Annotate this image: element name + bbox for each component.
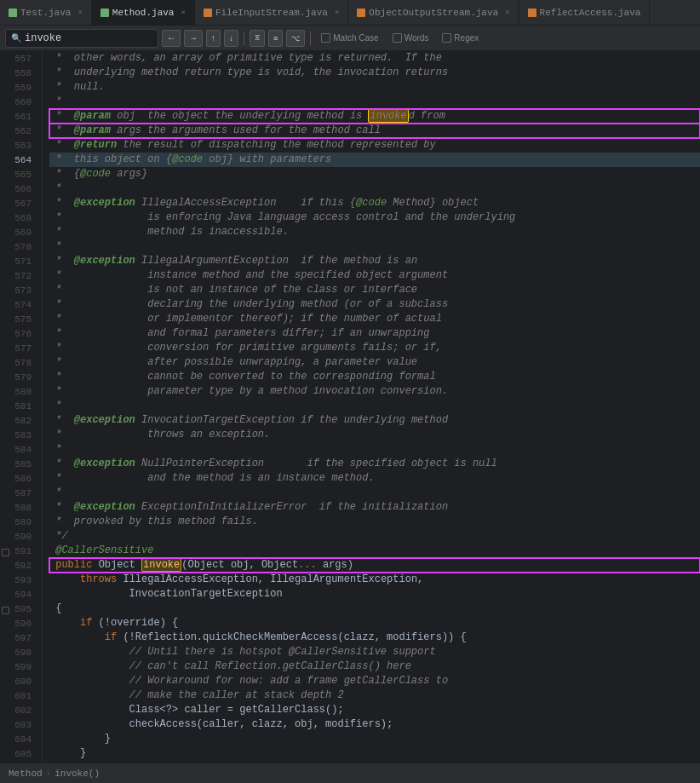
code-line-567: * @exception IllegalAccessException if t… <box>49 196 700 210</box>
tab-icon-objectoutput <box>357 9 365 17</box>
code-line-571: * @exception IllegalArgumentException if… <box>49 254 700 268</box>
words-label: Words <box>405 33 429 43</box>
code-line-584: * <box>49 442 700 457</box>
code-line-595: { <box>49 602 700 616</box>
close-icon-method[interactable]: ✕ <box>181 8 185 17</box>
code-line-570: * <box>49 239 700 254</box>
search-separator1 <box>244 32 244 45</box>
code-line-586: * and the method is an instance method. <box>49 471 700 486</box>
tab-reflectaccess[interactable]: ReflectAccess.java <box>519 0 651 25</box>
tab-label-fileinput: FileInputStream.java <box>215 8 328 18</box>
filter-icon-button[interactable]: ⧖ <box>250 30 265 47</box>
regex-checkbox <box>442 33 451 43</box>
tab-label-objectoutput: ObjectOutputStream.java <box>369 8 498 18</box>
tab-fileinput[interactable]: FileInputStream.java ✕ <box>195 0 348 25</box>
code-line-562: * @param args the arguments used for the… <box>49 124 700 138</box>
code-line-564: * this object on {@code obj} with parame… <box>49 153 700 167</box>
words-button[interactable]: Words <box>387 30 434 47</box>
code-line-576: * and formal parameters differ; if an un… <box>49 326 700 341</box>
code-line-596: if (!override) { <box>49 616 700 630</box>
filter2-icon-button[interactable]: ≡ <box>268 30 283 47</box>
code-line-599: // can't call Reflection.getCallerClass(… <box>49 659 700 674</box>
code-line-557: * other words, an array of primitive typ… <box>49 51 700 66</box>
code-line-565: * {@code args} <box>49 167 700 181</box>
close-icon-objectoutput[interactable]: ✕ <box>505 8 509 17</box>
code-line-581: * <box>49 399 700 413</box>
code-line-598: // Until there is hotspot @CallerSensiti… <box>49 645 700 659</box>
search-separator2 <box>310 32 311 45</box>
code-line-588: * @exception ExceptionInInitializerError… <box>49 500 700 515</box>
code-content[interactable]: * other words, an array of primitive typ… <box>43 51 700 763</box>
match-case-checkbox <box>321 33 330 43</box>
code-line-583: * throws an exception. <box>49 428 700 442</box>
close-icon-fileinput[interactable]: ✕ <box>335 8 339 17</box>
code-line-578: * after possible unwrapping, a parameter… <box>49 355 700 370</box>
regex-label: Regex <box>454 33 479 43</box>
code-line-605: } <box>49 746 700 761</box>
tab-icon-reflectaccess <box>528 9 536 17</box>
search-prev-button[interactable]: ← <box>162 30 181 47</box>
code-line-593: throws IllegalAccessException, IllegalAr… <box>49 573 700 587</box>
search-prev-up-button[interactable]: ↑ <box>206 30 221 47</box>
tab-icon-fileinput <box>204 9 212 17</box>
code-line-591: @CallerSensitive <box>49 544 700 558</box>
search-input-wrap[interactable]: 🔍 <box>5 29 158 48</box>
code-line-602: Class<?> caller = getCallerClass(); <box>49 703 700 717</box>
code-line-558: * underlying method return type is void,… <box>49 66 700 80</box>
search-input[interactable] <box>25 32 127 44</box>
code-line-572: * instance method and the specified obje… <box>49 268 700 283</box>
code-line-604: } <box>49 732 700 746</box>
match-case-button[interactable]: Match Case <box>316 30 383 47</box>
code-line-606: MethodAccessor ma = methodAccessor; // r… <box>49 761 700 763</box>
tab-label-reflectaccess: ReflectAccess.java <box>540 8 641 18</box>
close-icon-test[interactable]: ✕ <box>77 8 82 17</box>
code-line-569: * method is inaccessible. <box>49 225 700 239</box>
code-line-594: InvocationTargetException <box>49 587 700 602</box>
line-numbers: 5575585595605615625635645655665675685695… <box>0 51 43 763</box>
code-line-575: * or implementor thereof); if the number… <box>49 312 700 326</box>
code-area: 5575585595605615625635645655665675685695… <box>0 51 700 763</box>
tab-bar: Test.java ✕ Method.java ✕ FileInputStrea… <box>0 0 700 26</box>
code-line-580: * parameter type by a method invocation … <box>49 384 700 399</box>
code-line-601: // make the caller at stack depth 2 <box>49 688 700 703</box>
tab-test[interactable]: Test.java ✕ <box>0 0 92 25</box>
filter3-icon-button[interactable]: ⌥ <box>286 30 305 47</box>
code-line-563: * @return the result of dispatching the … <box>49 138 700 153</box>
code-line-589: * provoked by this method fails. <box>49 515 700 529</box>
tab-icon-method <box>100 9 109 17</box>
breadcrumb-bar: Method › invoke() <box>0 763 700 783</box>
code-line-600: // Workaround for now: add a frame getCa… <box>49 674 700 688</box>
code-line-597: if (!Reflection.quickCheckMemberAccess(c… <box>49 630 700 645</box>
tab-label-test: Test.java <box>20 8 71 18</box>
tab-method[interactable]: Method.java ✕ <box>92 0 195 25</box>
code-line-573: * is not an instance of the class or int… <box>49 283 700 297</box>
code-line-587: * <box>49 486 700 500</box>
tab-label-method: Method.java <box>112 8 175 18</box>
code-line-568: * is enforcing Java language access cont… <box>49 210 700 225</box>
code-line-566: * <box>49 181 700 196</box>
code-line-582: * @exception InvocationTargetException i… <box>49 413 700 428</box>
code-line-574: * declaring the underlying method (or of… <box>49 297 700 312</box>
code-line-603: checkAccess(caller, clazz, obj, modifier… <box>49 717 700 732</box>
search-bar: 🔍 ← → ↑ ↓ ⧖ ≡ ⌥ Match Case Words Regex <box>0 26 700 51</box>
match-case-label: Match Case <box>333 33 378 43</box>
code-line-577: * conversion for primitive arguments fai… <box>49 341 700 355</box>
search-icon: 🔍 <box>11 33 21 43</box>
search-next-button[interactable]: → <box>184 30 203 47</box>
words-checkbox <box>393 33 402 43</box>
code-line-579: * cannot be converted to the correspondi… <box>49 370 700 384</box>
breadcrumb-part2: invoke() <box>55 769 100 779</box>
code-line-561: * @param obj the object the underlying m… <box>49 109 700 124</box>
code-line-585: * @exception NullPointerException if the… <box>49 457 700 471</box>
code-line-559: * null. <box>49 80 700 95</box>
regex-button[interactable]: Regex <box>437 30 484 47</box>
search-next-down-button[interactable]: ↓ <box>224 30 238 47</box>
breadcrumb-separator: › <box>46 769 52 779</box>
breadcrumb-part1: Method <box>9 769 43 779</box>
code-line-590: */ <box>49 529 700 544</box>
code-line-592: public Object invoke(Object obj, Object.… <box>49 558 700 573</box>
tab-icon-test <box>9 9 17 17</box>
code-line-560: * <box>49 95 700 109</box>
tab-objectoutput[interactable]: ObjectOutputStream.java ✕ <box>348 0 519 25</box>
